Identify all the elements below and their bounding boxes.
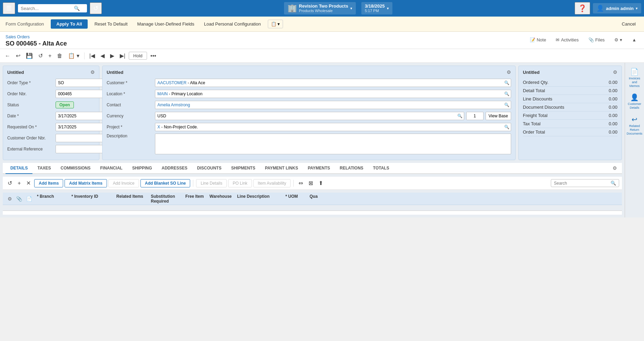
currency-label: Currency [107, 114, 155, 118]
right-panel-gear-icon[interactable]: ⚙ [613, 69, 617, 75]
related-return-documents-label: Related Return Documents [627, 124, 643, 135]
currency-input-wrapper: 🔍 [155, 112, 464, 120]
detail-search-icon[interactable]: 🔍 [611, 181, 616, 186]
customer-details-label: Customer Details [627, 102, 642, 110]
undo-button[interactable]: ↺ [36, 51, 45, 60]
project-row: Project * X - Non-Project Code. 🔍 [107, 123, 511, 131]
save-and-close-button[interactable]: ↩ [14, 51, 22, 60]
cancel-button[interactable]: Cancel [619, 20, 638, 28]
apply-to-all-button[interactable]: Apply To All [51, 19, 87, 29]
global-search-icon[interactable]: 🔍 [74, 6, 80, 11]
mid-panel-gear-icon[interactable]: ⚙ [507, 69, 511, 75]
add-button[interactable]: + [46, 51, 53, 60]
nav-refresh-button[interactable]: ↺ [90, 2, 102, 14]
tab-taxes[interactable]: TAXES [32, 163, 56, 174]
hold-button[interactable]: Hold [129, 52, 147, 60]
customer-search-icon[interactable]: 🔍 [504, 80, 509, 85]
reset-to-default-button[interactable]: Reset To Default [92, 20, 130, 28]
detail-upload-button[interactable]: ⬆ [316, 179, 325, 187]
detail-fit-columns-button[interactable]: ⇔ [296, 179, 305, 187]
back-button[interactable]: ← [3, 51, 12, 60]
customer-link[interactable]: AACUSTOMER [157, 80, 186, 85]
form-config-copy-icon[interactable]: 📋 ▾ [268, 20, 283, 28]
tabs-gear-icon[interactable]: ⚙ [611, 163, 619, 173]
add-blanket-so-line-button[interactable]: Add Blanket SO Line [140, 179, 191, 187]
description-textarea[interactable] [155, 134, 511, 154]
external-reference-row: External Reference [7, 145, 95, 154]
copy-button[interactable]: 📋 ▾ [66, 51, 81, 60]
help-button[interactable]: ❓ [575, 2, 590, 14]
detail-export-button[interactable]: ⊠ [306, 179, 315, 187]
company-icon: 🏢 [287, 4, 297, 13]
tab-shipping[interactable]: SHIPPING [127, 163, 157, 174]
invoices-and-memos-panel-item[interactable]: 📄 Invoices and Memos [626, 66, 644, 90]
settings-icon: ⚙ [614, 37, 618, 42]
delete-button[interactable]: 🗑 [55, 51, 65, 60]
location-search-icon[interactable]: 🔍 [504, 91, 509, 96]
detail-refresh-button[interactable]: ↺ [6, 179, 14, 187]
table-attachment-icon[interactable]: 📎 [14, 196, 24, 202]
tab-details[interactable]: DETAILS [6, 163, 32, 174]
tab-commissions[interactable]: COMMISSIONS [56, 163, 96, 174]
summary-row-1: Detail Total 0.00 [523, 87, 617, 95]
contact-link[interactable]: Amelia Armstrong [157, 102, 504, 108]
tab-financial[interactable]: FINANCIAL [95, 163, 127, 174]
company-selector[interactable]: 🏢 Revision Two Products Products Wholesa… [284, 2, 356, 15]
page-header-right: 📝 Note ✉ Activities 📎 Files ⚙ ▾ ▲ [528, 37, 638, 43]
currency-rate-input[interactable] [466, 112, 484, 120]
user-selector[interactable]: 👤 admin admin ▾ [593, 3, 641, 13]
table-note-icon[interactable]: 📄 [24, 196, 34, 202]
tab-payments[interactable]: PAYMENTS [303, 163, 335, 174]
global-search-input[interactable] [21, 6, 72, 11]
more-options-button[interactable]: ••• [148, 51, 158, 60]
customer-order-nbr-row: Customer Order Nbr. [7, 134, 95, 143]
collapse-button[interactable]: ▲ [630, 37, 638, 43]
contact-search-icon[interactable]: 🔍 [504, 103, 509, 107]
requested-on-row: Requested On * 📅 [7, 123, 95, 131]
page-header-left: Sales Orders SO 000465 - Alta Ace [6, 35, 67, 47]
files-button[interactable]: 📎 Files [586, 37, 607, 43]
related-return-documents-panel-item[interactable]: ↩ Related Return Documents [626, 113, 644, 137]
add-matrix-items-button[interactable]: Add Matrix Items [65, 179, 107, 187]
location-link[interactable]: MAIN [157, 91, 168, 96]
currency-search-icon[interactable]: 🔍 [457, 114, 462, 118]
note-button[interactable]: 📝 Note [528, 37, 548, 43]
datetime-selector[interactable]: 3/18/2025 5:17 PM ▾ [361, 2, 392, 15]
settings-button[interactable]: ⚙ ▾ [612, 37, 624, 43]
bottom-scrollbar[interactable] [3, 211, 622, 215]
table-settings-icon[interactable]: ⚙ [6, 196, 14, 202]
save-button[interactable]: 💾 [24, 51, 35, 60]
requested-on-label: Requested On * [7, 125, 56, 129]
currency-input[interactable] [157, 114, 457, 118]
tab-paymentLinks[interactable]: PAYMENT LINKS [260, 163, 303, 174]
table-header: ⚙ 📎 📄 * Branch* Inventory IDRelated Item… [3, 193, 622, 205]
left-panel-title: Untitled [7, 70, 24, 75]
tab-shipments[interactable]: SHIPMENTS [226, 163, 260, 174]
detail-add-row-button[interactable]: + [16, 179, 23, 187]
tab-totals[interactable]: TOTALS [368, 163, 394, 174]
breadcrumb[interactable]: Sales Orders [6, 35, 67, 39]
prev-record-button[interactable]: ◀ [98, 51, 107, 60]
summary-row-3: Document Discounts 0.00 [523, 103, 617, 111]
detail-delete-row-button[interactable]: ✕ [24, 179, 33, 187]
add-items-button[interactable]: Add Items [34, 179, 63, 187]
next-record-button[interactable]: ▶ [108, 51, 116, 60]
view-base-button[interactable]: View Base [486, 112, 511, 120]
toolbar-separator [84, 52, 85, 59]
load-personal-configuration-button[interactable]: Load Personal Configuration [201, 20, 264, 28]
detail-search-input[interactable] [554, 181, 609, 186]
tab-discounts[interactable]: DISCOUNTS [192, 163, 226, 174]
activities-button[interactable]: ✉ Activities [554, 37, 580, 43]
project-link[interactable]: X [157, 125, 160, 129]
hamburger-menu[interactable]: ☰ [3, 2, 15, 14]
manage-user-defined-fields-button[interactable]: Manage User-Defined Fields [135, 20, 197, 28]
project-search-icon[interactable]: 🔍 [504, 125, 509, 129]
tab-relations[interactable]: RELATIONS [335, 163, 368, 174]
summary-label-0: Ordered Qty. [523, 80, 548, 85]
user-name: admin admin [606, 6, 634, 11]
customer-details-panel-item[interactable]: 👤 Customer Details [626, 91, 644, 112]
tab-addresses[interactable]: ADDRESSES [157, 163, 192, 174]
last-record-button[interactable]: ▶| [118, 51, 127, 60]
left-panel-gear-icon[interactable]: ⚙ [90, 69, 95, 75]
first-record-button[interactable]: |◀ [87, 51, 97, 60]
